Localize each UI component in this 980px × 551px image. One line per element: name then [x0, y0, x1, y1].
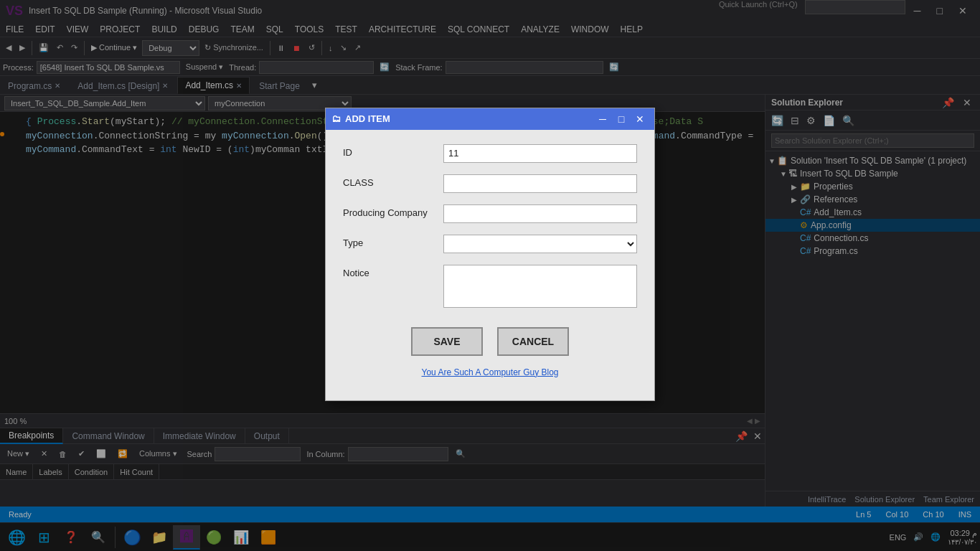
modal-maximize-button[interactable]: □ — [613, 111, 630, 127]
form-row-class: CLASS — [343, 174, 637, 193]
save-button[interactable]: SAVE — [411, 327, 483, 356]
modal-title: ADD ITEM — [345, 113, 390, 124]
producing-company-input[interactable] — [443, 204, 637, 223]
modal-minimize-button[interactable]: ─ — [594, 111, 611, 127]
type-label: Type — [343, 235, 443, 248]
notice-label: Notice — [343, 265, 443, 278]
class-label: CLASS — [343, 174, 443, 188]
blog-link[interactable]: You Are Such A Computer Guy Blog — [421, 367, 558, 377]
modal-buttons: SAVE CANCEL — [343, 321, 637, 367]
producing-company-label: Producing Company — [343, 204, 443, 218]
modal-close-button[interactable]: ✕ — [631, 111, 649, 127]
cancel-button[interactable]: CANCEL — [497, 327, 569, 356]
modal-titlebar: 🗂 ADD ITEM ─ □ ✕ — [326, 108, 654, 130]
class-input[interactable] — [443, 174, 637, 193]
form-row-type: Type — [343, 235, 637, 253]
id-input[interactable] — [443, 144, 637, 163]
form-row-notice: Notice — [343, 265, 637, 310]
form-row-id: ID — [343, 144, 637, 163]
notice-textarea[interactable] — [443, 265, 637, 308]
add-item-modal: 🗂 ADD ITEM ─ □ ✕ ID CLASS — [325, 108, 655, 401]
modal-overlay: 🗂 ADD ITEM ─ □ ✕ ID CLASS — [0, 0, 980, 551]
form-row-producing-company: Producing Company — [343, 204, 637, 223]
type-select[interactable] — [443, 235, 637, 253]
id-label: ID — [343, 144, 443, 158]
modal-icon: 🗂 — [331, 113, 341, 124]
modal-link-area: You Are Such A Computer Guy Blog — [343, 367, 637, 386]
